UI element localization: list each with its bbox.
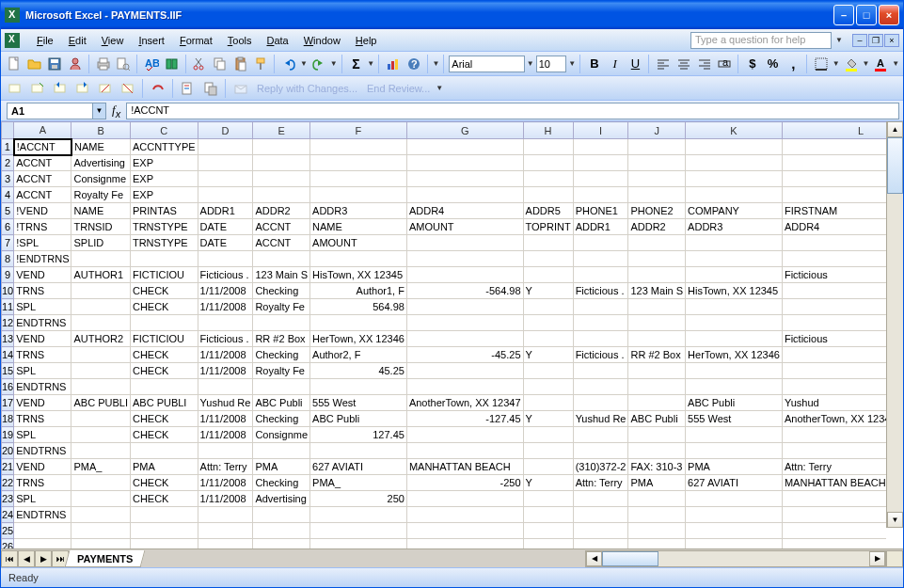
cell-B13[interactable]: AUTHOR2: [71, 331, 130, 347]
cell-H1[interactable]: [523, 139, 573, 155]
cell-L21[interactable]: Attn: Terry: [782, 459, 886, 475]
cell-I4[interactable]: [573, 187, 628, 203]
tab-nav-next-button[interactable]: ▶: [35, 550, 52, 567]
cell-G1[interactable]: [406, 139, 523, 155]
row-header-24[interactable]: 24: [2, 507, 14, 523]
cell-D13[interactable]: Ficticious .: [198, 331, 253, 347]
cell-D23[interactable]: 1/11/2008: [198, 491, 253, 507]
cell-C26[interactable]: [130, 539, 198, 549]
cell-K17[interactable]: ABC Publi: [686, 395, 783, 411]
hscroll-thumb[interactable]: [602, 551, 658, 566]
research-button[interactable]: [163, 54, 182, 74]
cell-G18[interactable]: -127.45: [406, 411, 523, 427]
cell-I18[interactable]: Yushud Re: [573, 411, 628, 427]
cell-F17[interactable]: 555 West: [310, 395, 407, 411]
help-button[interactable]: ?: [404, 54, 423, 74]
cell-A12[interactable]: ENDTRNS: [14, 315, 71, 331]
cell-L6[interactable]: ADDR4: [782, 219, 886, 235]
cell-I25[interactable]: [573, 523, 628, 539]
cell-C23[interactable]: CHECK: [130, 491, 198, 507]
cell-A15[interactable]: SPL: [14, 363, 71, 379]
cell-L5[interactable]: FIRSTNAM: [782, 203, 886, 219]
cell-I19[interactable]: [573, 427, 628, 443]
cell-F23[interactable]: 250: [310, 491, 407, 507]
formula-input[interactable]: !ACCNT: [126, 103, 899, 119]
align-left-button[interactable]: [654, 54, 673, 74]
cell-I21[interactable]: (310)372-2: [573, 459, 628, 475]
cell-B15[interactable]: [71, 363, 130, 379]
row-header-23[interactable]: 23: [2, 491, 14, 507]
cell-C13[interactable]: FICTICIOU: [130, 331, 198, 347]
cell-C4[interactable]: EXP: [130, 187, 198, 203]
cell-C17[interactable]: ABC PUBLI: [130, 395, 198, 411]
cell-J5[interactable]: PHONE2: [628, 203, 686, 219]
cell-I13[interactable]: [573, 331, 628, 347]
borders-dropdown-icon[interactable]: ▼: [833, 59, 840, 68]
cell-C18[interactable]: CHECK: [130, 411, 198, 427]
font-color-button[interactable]: A: [871, 54, 890, 74]
redo-button[interactable]: [309, 54, 328, 74]
align-right-button[interactable]: [695, 54, 714, 74]
menu-file[interactable]: File: [29, 33, 61, 48]
cell-K19[interactable]: [686, 427, 783, 443]
cell-B14[interactable]: [71, 347, 130, 363]
cell-I24[interactable]: [573, 507, 628, 523]
cell-H10[interactable]: Y: [523, 283, 573, 299]
cell-K7[interactable]: [686, 235, 783, 251]
cell-G13[interactable]: [406, 331, 523, 347]
cell-C11[interactable]: CHECK: [130, 299, 198, 315]
menu-window[interactable]: Window: [296, 33, 348, 48]
cell-H16[interactable]: [523, 379, 573, 395]
cell-G8[interactable]: [406, 251, 523, 267]
cell-F22[interactable]: PMA_: [310, 475, 407, 491]
cell-G20[interactable]: [406, 443, 523, 459]
cell-A22[interactable]: TRNS: [14, 475, 71, 491]
row-header-16[interactable]: 16: [2, 379, 14, 395]
cell-I7[interactable]: [573, 235, 628, 251]
row-header-21[interactable]: 21: [2, 459, 14, 475]
cell-F15[interactable]: 45.25: [310, 363, 407, 379]
cell-A16[interactable]: ENDTRNS: [14, 379, 71, 395]
help-search-input[interactable]: Type a question for help: [690, 32, 832, 49]
cell-B3[interactable]: Consignme: [71, 171, 130, 187]
cell-K26[interactable]: [686, 539, 783, 549]
cell-A23[interactable]: SPL: [14, 491, 71, 507]
cell-K25[interactable]: [686, 523, 783, 539]
cell-J3[interactable]: [628, 171, 686, 187]
cell-D22[interactable]: 1/11/2008: [198, 475, 253, 491]
column-header-D[interactable]: D: [198, 122, 253, 139]
cell-E14[interactable]: Checking: [253, 347, 310, 363]
cell-E26[interactable]: [253, 539, 310, 549]
cell-I2[interactable]: [573, 155, 628, 171]
chart-wizard-button[interactable]: [384, 54, 403, 74]
cell-J16[interactable]: [628, 379, 686, 395]
cell-E4[interactable]: [253, 187, 310, 203]
cell-F16[interactable]: [310, 379, 407, 395]
cell-F24[interactable]: [310, 507, 407, 523]
cell-H11[interactable]: [523, 299, 573, 315]
cell-F19[interactable]: 127.45: [310, 427, 407, 443]
cell-G10[interactable]: -564.98: [406, 283, 523, 299]
cell-B9[interactable]: AUTHOR1: [71, 267, 130, 283]
row-header-8[interactable]: 8: [2, 251, 14, 267]
cell-L10[interactable]: [782, 283, 886, 299]
menu-data[interactable]: Data: [259, 33, 295, 48]
cell-H2[interactable]: [523, 155, 573, 171]
cell-H3[interactable]: [523, 171, 573, 187]
currency-button[interactable]: $: [743, 54, 762, 74]
cell-F5[interactable]: ADDR3: [310, 203, 407, 219]
row-header-22[interactable]: 22: [2, 475, 14, 491]
cell-F8[interactable]: [310, 251, 407, 267]
row-header-26[interactable]: 26: [2, 539, 14, 549]
cell-B25[interactable]: [71, 523, 130, 539]
review-protect-button[interactable]: [200, 78, 221, 99]
cell-A24[interactable]: ENDTRNS: [14, 507, 71, 523]
cell-D16[interactable]: [198, 379, 253, 395]
cell-F6[interactable]: NAME: [310, 219, 407, 235]
cell-A4[interactable]: ACCNT: [14, 187, 71, 203]
column-header-F[interactable]: F: [310, 122, 407, 139]
cell-H12[interactable]: [523, 315, 573, 331]
row-header-3[interactable]: 3: [2, 171, 14, 187]
cell-E16[interactable]: [253, 379, 310, 395]
row-header-15[interactable]: 15: [2, 363, 14, 379]
